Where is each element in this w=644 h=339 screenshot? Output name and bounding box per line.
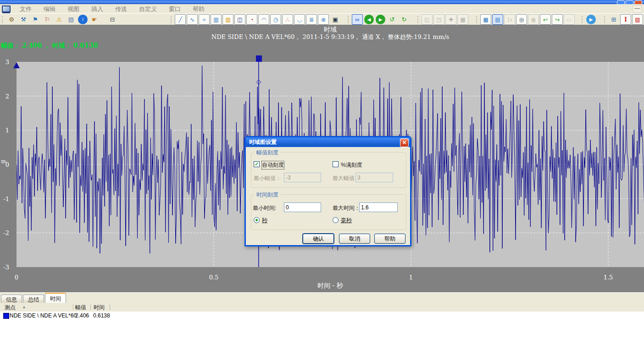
toolbar-grip — [582, 16, 583, 23]
dialog-close-icon[interactable]: ✕ — [400, 138, 409, 147]
orbit-plot-icon[interactable]: ⊕ — [318, 14, 329, 25]
window-titlebar — [0, 0, 644, 4]
sort-ascending-icon[interactable]: ▲ — [22, 305, 26, 309]
prev-record-icon[interactable]: ◀ — [364, 15, 374, 24]
print-icon[interactable]: ⊟ — [107, 14, 118, 25]
report-icon[interactable]: ▤ — [66, 14, 77, 25]
ok-button[interactable]: 确认 — [303, 234, 334, 244]
readout-time-label: 时域： — [52, 42, 72, 49]
menu-item-file[interactable]: 文件 — [14, 5, 38, 13]
tab-time[interactable]: 时间 — [45, 293, 66, 303]
route-edit-icon[interactable]: ⚐ — [42, 14, 53, 25]
sine-plot-icon[interactable]: ≈ — [199, 14, 210, 25]
monitor-icon[interactable]: ▣ — [330, 14, 341, 25]
machine-config-icon[interactable]: ⚒ — [18, 14, 29, 25]
auto-scale-label[interactable]: 自动刻度 — [262, 161, 284, 169]
spectrum-amp-plot-icon[interactable]: ▥ — [222, 14, 233, 25]
x-tick-label: 0 — [15, 274, 18, 281]
menu-item-edit[interactable]: 编辑 — [38, 5, 61, 13]
cancel-button[interactable]: 取消 — [339, 234, 370, 244]
cursor-grid-icon[interactable]: ▦ — [480, 14, 491, 25]
expand-plot-icon[interactable]: ◱ — [422, 14, 433, 25]
column-header-0[interactable]: 测点 — [5, 304, 16, 312]
time-plot-settings-dialog: 时域图设置 ✕ 幅值刻度 ✓ 自动刻度 %满刻度 最小幅值： 最大幅值： 时间刻… — [244, 136, 411, 246]
grid-layout-icon[interactable]: ▦ — [457, 14, 468, 25]
column-header-1[interactable]: 幅值 — [75, 304, 86, 312]
scale-1x-icon[interactable]: 1x — [504, 14, 515, 25]
max-amplitude-input[interactable] — [355, 173, 393, 182]
cell-point: NDE SIDE \ NDE A VEL*60 — [10, 312, 77, 319]
dual-waveform-icon[interactable]: ◫ — [234, 14, 245, 25]
percent-full-scale-label[interactable]: %满刻度 — [341, 161, 362, 169]
help-button[interactable]: 帮助 — [374, 234, 405, 244]
play-icon[interactable]: ▶ — [586, 15, 596, 24]
time-scale-group-label: 时间刻度 — [255, 191, 280, 199]
milliseconds-radio-label[interactable]: 毫秒 — [341, 217, 352, 224]
alarm-icon[interactable]: ⚠ — [54, 14, 65, 25]
readout-time-value: 0.6138 — [73, 42, 98, 49]
link-icon[interactable]: ∞ — [352, 14, 363, 25]
menu-bar: 文件编辑视图插入传送自定义窗口帮助 — — [0, 4, 644, 13]
zoom-window-icon[interactable]: ◎ — [516, 14, 527, 25]
next-record-icon[interactable]: ▶ — [376, 15, 385, 24]
seconds-radio-label[interactable]: 秒 — [262, 217, 267, 224]
seconds-radio[interactable] — [254, 217, 260, 223]
menu-item-transfer[interactable]: 传送 — [109, 5, 133, 13]
time-back-icon[interactable]: ↺ — [387, 14, 398, 25]
dialog-title[interactable]: 时域图设置 — [246, 137, 410, 147]
mdi-minimize-icon[interactable]: — — [633, 5, 642, 13]
amplitude-scale-group — [251, 152, 406, 188]
percent-full-scale-checkbox[interactable] — [333, 161, 339, 167]
envelope-upper-icon[interactable]: ◠ — [258, 14, 269, 25]
menu-item-help[interactable]: 帮助 — [187, 5, 211, 13]
info-icon[interactable]: i — [78, 15, 88, 24]
cursor-handle[interactable] — [256, 55, 262, 62]
machine-icon[interactable]: ⚙ — [6, 14, 17, 25]
readout-separator: ， — [44, 42, 50, 49]
cascade-plot-icon[interactable]: ≣ — [306, 14, 317, 25]
scatter-plot-icon[interactable]: ∴ — [282, 14, 293, 25]
tab-summary[interactable]: 总结 — [23, 295, 44, 303]
tab-info[interactable]: 信息 — [1, 295, 22, 303]
export-overlay-icon[interactable]: ↪ — [552, 14, 563, 25]
min-amplitude-input[interactable] — [284, 173, 321, 182]
hand-pick-icon[interactable]: ☛ — [89, 14, 100, 25]
auto-scale-checkbox[interactable]: ✓ — [254, 161, 260, 167]
center-plot-icon[interactable]: ◳ — [433, 14, 444, 25]
max-time-label: 最大时间： — [333, 204, 360, 212]
toolbar: ⚙⚒⚑⚐⚠▤i☛⊟╱∿≈▥▥◫◔◠◷∴◡≣⊕▣∞◀▶↺↻◱◳✚▦▦▤1x◎▣↩↪… — [0, 13, 644, 26]
app-icon — [2, 5, 11, 12]
readout-amplitude-value: 2.406 — [22, 42, 42, 49]
table-new-icon[interactable]: ⊞ — [608, 14, 619, 25]
envelope-lower-icon[interactable]: ◡ — [294, 14, 305, 25]
menu-item-insert[interactable]: 插入 — [85, 5, 109, 13]
menu-item-window[interactable]: 窗口 — [163, 5, 187, 13]
toolbar-grip — [2, 16, 4, 23]
cursor-marker-icon[interactable]: I — [620, 14, 631, 25]
y-axis-unit: g — [0, 160, 6, 164]
milliseconds-radio[interactable] — [333, 217, 339, 223]
waveform-plot-icon[interactable]: ∿ — [187, 14, 198, 25]
menu-item-view[interactable]: 视图 — [61, 5, 85, 13]
time-scale-group — [251, 194, 406, 230]
single-pane-icon[interactable]: ▤ — [492, 14, 503, 25]
trend-plot-icon[interactable]: ╱ — [175, 14, 186, 25]
route-icon[interactable]: ⚑ — [30, 14, 41, 25]
polar-plot-icon[interactable]: ◷ — [270, 14, 281, 25]
min-time-label: 最小时间: — [253, 204, 276, 212]
gauge-icon[interactable]: ◔ — [246, 14, 257, 25]
time-forward-icon[interactable]: ↻ — [399, 14, 410, 25]
spectrum-plot-icon[interactable]: ▥ — [211, 14, 222, 25]
import-overlay-icon[interactable]: ↩ — [540, 14, 551, 25]
column-header-2[interactable]: 时间 — [94, 304, 105, 312]
band-marker-icon[interactable]: ▨ — [632, 14, 643, 25]
min-time-input[interactable] — [284, 202, 321, 212]
fit-plot-icon[interactable]: ✚ — [445, 14, 456, 25]
cell-amplitude: 2.406 — [75, 312, 89, 319]
snapshot-icon[interactable]: ▭ — [564, 14, 575, 25]
table-header: 测点幅值时间▲ — [0, 303, 644, 311]
table-row[interactable]: NDE SIDE \ NDE A VEL*602.4060.6138 — [0, 312, 644, 319]
copy-plot-icon[interactable]: ▣ — [528, 14, 539, 25]
max-time-input[interactable] — [359, 202, 398, 212]
menu-item-customize[interactable]: 自定义 — [133, 5, 163, 13]
